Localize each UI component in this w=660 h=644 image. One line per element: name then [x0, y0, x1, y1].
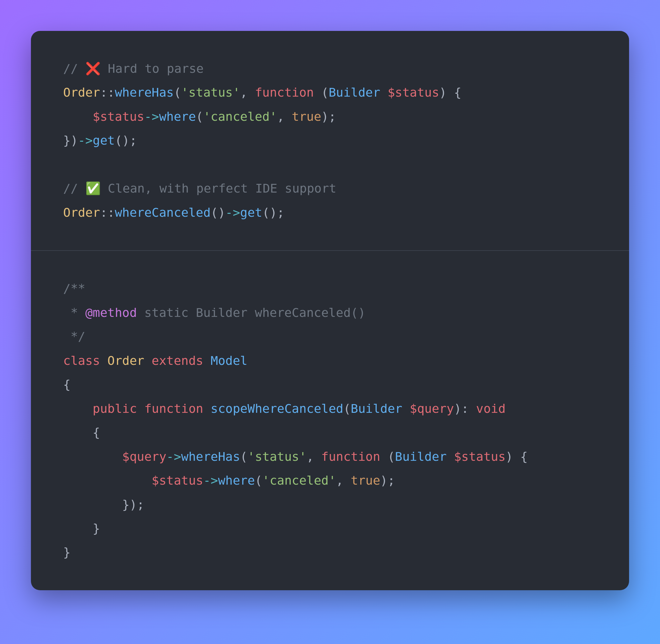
type-builder: Builder — [329, 85, 380, 99]
keyword-function: function — [145, 401, 203, 416]
code-block-bottom: /** * @method static Builder whereCancel… — [31, 250, 629, 590]
fn-whereHas: whereHas — [115, 85, 174, 99]
code-card: // ❌ Hard to parse Order::whereHas('stat… — [31, 31, 629, 590]
arrow-op: -> — [145, 110, 159, 124]
keyword-void: void — [476, 401, 506, 416]
comment-good: // ✅ Clean, with perfect IDE support — [63, 181, 336, 196]
fn-whereCanceled: whereCanceled — [115, 205, 211, 220]
var-status: $status — [388, 85, 439, 99]
keyword-class: class — [63, 353, 100, 368]
var-status: $status — [93, 110, 145, 124]
fn-scopeWhereCanceled: scopeWhereCanceled — [211, 401, 344, 416]
keyword-function: function — [255, 85, 314, 99]
cross-mark-icon: ❌ — [85, 62, 101, 76]
string-status: 'status' — [181, 85, 240, 99]
fn-get: get — [93, 133, 115, 147]
fn-where: where — [159, 110, 196, 124]
keyword-extends: extends — [152, 353, 203, 368]
docblock-close: */ — [63, 329, 85, 344]
type-model: Model — [211, 353, 247, 368]
keyword-public: public — [93, 401, 137, 416]
var-query: $query — [410, 401, 454, 416]
docblock-open: /** — [63, 281, 85, 296]
const-true: true — [292, 110, 321, 124]
docblock-tag-method: @method — [85, 305, 137, 320]
code-block-top: // ❌ Hard to parse Order::whereHas('stat… — [31, 31, 629, 250]
class-name-order: Order — [107, 353, 144, 368]
comment-bad: // ❌ Hard to parse — [63, 62, 204, 76]
class-ref-order: Order — [63, 85, 100, 99]
check-mark-icon: ✅ — [85, 181, 101, 196]
string-canceled: 'canceled' — [203, 110, 277, 124]
